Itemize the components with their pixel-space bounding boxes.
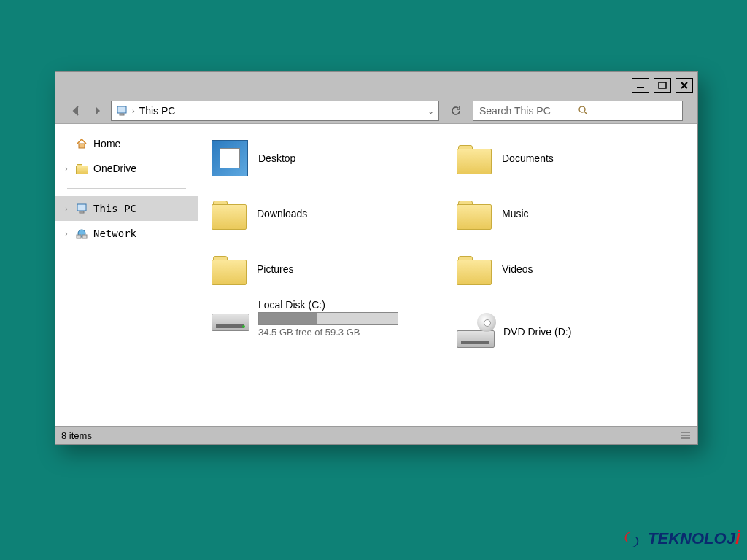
address-location: This PC xyxy=(139,105,176,117)
folder-icon xyxy=(457,196,492,231)
item-label: Local Disk (C:) xyxy=(258,299,398,311)
item-label: DVD Drive (D:) xyxy=(503,326,571,338)
item-pictures[interactable]: Pictures xyxy=(212,244,439,295)
minimize-button[interactable] xyxy=(632,78,649,93)
dvd-drive-icon xyxy=(457,319,493,348)
search-input[interactable]: Search This PC xyxy=(473,101,683,121)
window-body: Home › OneDrive › This PC › xyxy=(55,123,697,426)
svg-rect-12 xyxy=(681,435,690,436)
item-desktop[interactable]: Desktop xyxy=(212,133,439,184)
toolbar: › This PC ⌄ Search This PC xyxy=(55,98,697,123)
folder-icon xyxy=(457,141,492,176)
back-button[interactable] xyxy=(70,104,83,117)
details-view-icon[interactable] xyxy=(680,429,692,441)
item-label: Videos xyxy=(502,263,533,275)
sidebar-item-home[interactable]: Home xyxy=(55,131,198,156)
breadcrumb-separator-icon: › xyxy=(132,106,135,115)
search-placeholder: Search This PC xyxy=(479,105,578,117)
content-area: Desktop Documents Downloads Music Pictur… xyxy=(198,124,697,426)
svg-rect-1 xyxy=(659,82,666,88)
expand-icon[interactable]: › xyxy=(63,205,70,213)
status-text: 8 items xyxy=(61,430,92,441)
explorer-window: › This PC ⌄ Search This PC xyxy=(55,71,698,445)
disk-usage-bar xyxy=(258,312,398,325)
pc-icon xyxy=(76,203,88,214)
sidebar-item-label: OneDrive xyxy=(93,163,136,174)
item-videos[interactable]: Videos xyxy=(457,244,684,295)
expand-icon[interactable]: › xyxy=(63,165,70,173)
svg-rect-2 xyxy=(117,106,126,113)
sidebar-item-label: Home xyxy=(93,138,120,149)
item-label: Desktop xyxy=(258,152,295,164)
item-label: Downloads xyxy=(257,208,307,219)
disk-usage-text: 34.5 GB free of 59.3 GB xyxy=(258,327,398,338)
sidebar: Home › OneDrive › This PC › xyxy=(55,124,198,426)
svg-rect-10 xyxy=(82,235,87,238)
expand-icon[interactable]: › xyxy=(63,230,70,238)
folder-icon xyxy=(457,252,492,287)
search-icon xyxy=(578,105,676,117)
refresh-button[interactable] xyxy=(446,101,465,120)
svg-rect-11 xyxy=(681,432,690,433)
item-downloads[interactable]: Downloads xyxy=(212,188,439,239)
item-label: Documents xyxy=(502,152,554,164)
sidebar-item-this-pc[interactable]: › This PC xyxy=(55,196,198,221)
sidebar-item-label: Network xyxy=(93,228,136,239)
item-documents[interactable]: Documents xyxy=(457,133,684,184)
address-bar[interactable]: › This PC ⌄ xyxy=(111,101,439,121)
desktop-background: › This PC ⌄ Search This PC xyxy=(0,0,747,560)
svg-rect-0 xyxy=(637,87,644,88)
folder-icon xyxy=(212,196,247,231)
svg-rect-6 xyxy=(77,204,86,211)
status-bar: 8 items xyxy=(55,426,697,444)
svg-point-4 xyxy=(579,106,585,112)
item-dvd-drive[interactable]: DVD Drive (D:) xyxy=(457,299,684,365)
item-local-disk[interactable]: Local Disk (C:) 34.5 GB free of 59.3 GB xyxy=(212,299,439,365)
titlebar xyxy=(55,72,697,98)
sidebar-item-onedrive[interactable]: › OneDrive xyxy=(55,156,198,181)
item-label: Pictures xyxy=(257,263,294,275)
close-button[interactable] xyxy=(676,78,693,93)
sidebar-item-network[interactable]: › Network xyxy=(55,221,198,246)
svg-rect-7 xyxy=(80,211,84,213)
disk-drive-icon xyxy=(212,302,248,331)
watermark-logo: TEKNOLOJİ xyxy=(622,529,740,550)
address-dropdown-icon[interactable]: ⌄ xyxy=(427,106,434,116)
folder-icon xyxy=(212,252,247,287)
forward-button[interactable] xyxy=(90,104,104,117)
home-icon xyxy=(76,138,88,149)
svg-rect-5 xyxy=(79,144,85,148)
folder-icon xyxy=(76,163,88,174)
maximize-button[interactable] xyxy=(654,78,671,93)
sidebar-divider xyxy=(67,188,186,189)
svg-rect-13 xyxy=(681,438,690,439)
svg-rect-3 xyxy=(120,114,124,115)
svg-rect-9 xyxy=(77,235,81,238)
pc-icon xyxy=(116,105,128,117)
sidebar-item-label: This PC xyxy=(93,203,136,214)
item-label: Music xyxy=(502,208,529,219)
network-icon xyxy=(76,228,88,239)
desktop-icon xyxy=(212,140,248,176)
item-music[interactable]: Music xyxy=(457,188,684,239)
watermark-text: TEKNOLOJ xyxy=(648,529,735,548)
